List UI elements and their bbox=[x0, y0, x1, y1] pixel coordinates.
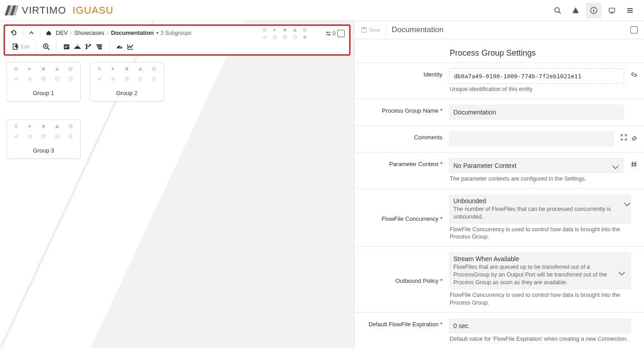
circle-icon bbox=[283, 35, 291, 39]
menu-icon[interactable] bbox=[622, 3, 638, 18]
expand-panel-icon[interactable] bbox=[630, 26, 638, 33]
edit-button[interactable]: Edit bbox=[11, 42, 30, 51]
param-context-label: Parameter Context * bbox=[361, 158, 442, 167]
identity-label: Identity bbox=[361, 68, 442, 78]
chevron-down-icon[interactable]: ▾ bbox=[156, 30, 159, 35]
properties-panel: Save Documentation Process Group Setting… bbox=[354, 21, 644, 348]
zoom-icon[interactable] bbox=[42, 42, 51, 51]
warning-icon bbox=[55, 67, 59, 71]
save-button[interactable]: Save bbox=[361, 27, 380, 33]
link-icon[interactable] bbox=[630, 71, 638, 78]
canvas[interactable]: DEV › Showcases › Documentation ▾ 3 Subg… bbox=[0, 21, 354, 348]
filter-button[interactable]: 0 bbox=[322, 30, 336, 37]
ban-icon bbox=[68, 67, 73, 71]
identity-field[interactable]: db0a7a49-0190-1000-774b-7f2eb1021e11 bbox=[449, 68, 624, 84]
param-context-select[interactable]: No Parameter Context bbox=[449, 158, 624, 173]
app-header: VIRTIMO IGUASU bbox=[0, 0, 644, 21]
refresh-icon[interactable] bbox=[9, 29, 19, 37]
queue-icon bbox=[14, 67, 19, 71]
card-title: Group 3 bbox=[10, 140, 77, 154]
status-cluster: 0 bbox=[263, 27, 346, 40]
check-icon bbox=[14, 76, 19, 81]
expiration-field[interactable]: 0 sec bbox=[449, 318, 631, 334]
info-icon[interactable] bbox=[586, 3, 601, 18]
section-title: Process Group Settings bbox=[355, 39, 644, 62]
play-icon bbox=[273, 28, 281, 32]
queue-icon bbox=[263, 28, 271, 32]
breadcrumb-active[interactable]: Documentation bbox=[111, 29, 154, 36]
chevron-down-icon bbox=[612, 163, 619, 169]
dot-fill-icon bbox=[303, 35, 311, 39]
fullscreen-icon[interactable] bbox=[337, 30, 345, 37]
expand-icon[interactable] bbox=[620, 134, 627, 141]
logo-stripes-icon bbox=[6, 5, 17, 15]
search-icon[interactable] bbox=[550, 3, 565, 18]
eraser-icon[interactable] bbox=[631, 134, 638, 141]
comments-field[interactable] bbox=[449, 131, 614, 147]
group-card[interactable]: Group 3 bbox=[6, 119, 81, 159]
page-title: Documentation bbox=[392, 25, 625, 34]
ban-icon bbox=[303, 28, 311, 32]
outbound-select[interactable]: Stream When Available FlowFiles that are… bbox=[449, 252, 631, 290]
breadcrumb-showcases[interactable]: Showcases bbox=[74, 29, 104, 36]
expiration-label: Default FlowFile Expiration * bbox=[361, 318, 442, 328]
gauge-icon[interactable] bbox=[115, 42, 124, 51]
logo-virtimo: VIRTIMO bbox=[22, 5, 66, 16]
service-icon[interactable] bbox=[73, 42, 82, 51]
cards-container: Group 1 Group 2 bbox=[0, 56, 354, 165]
canvas-toolbar: DEV › Showcases › Documentation ▾ 3 Subg… bbox=[4, 24, 351, 56]
subgroups-count: 3 Subgroups bbox=[161, 30, 192, 36]
star-icon bbox=[273, 35, 281, 39]
name-field[interactable]: Documentation bbox=[449, 105, 624, 120]
branch-icon[interactable] bbox=[84, 42, 93, 51]
monitor-icon[interactable] bbox=[604, 3, 620, 18]
concurrency-label: FlowFile Concurrency * bbox=[361, 213, 442, 222]
breadcrumb-home[interactable]: DEV bbox=[56, 29, 68, 36]
warning-icon bbox=[293, 28, 301, 32]
hash-icon[interactable] bbox=[630, 161, 638, 168]
layers-icon[interactable] bbox=[95, 42, 104, 51]
outbound-label: Outbound Policy * bbox=[361, 275, 442, 284]
chart-icon[interactable] bbox=[126, 42, 135, 51]
info-sm-icon bbox=[55, 76, 59, 81]
name-label: Process Group Name * bbox=[361, 105, 442, 114]
alerts-icon[interactable] bbox=[568, 3, 583, 18]
calendar-icon[interactable] bbox=[62, 42, 71, 51]
concurrency-select[interactable]: Unbounded The number of FlowFiles that c… bbox=[449, 194, 631, 224]
info-sm-icon bbox=[293, 35, 301, 39]
play-icon bbox=[28, 67, 32, 71]
logo: VIRTIMO IGUASU bbox=[6, 5, 114, 16]
card-title: Group 2 bbox=[94, 82, 160, 96]
comments-label: Comments bbox=[361, 131, 442, 141]
check-icon bbox=[263, 35, 271, 39]
logo-iguasu: IGUASU bbox=[72, 5, 113, 16]
group-card[interactable]: Group 1 bbox=[6, 62, 81, 101]
up-level-icon[interactable] bbox=[27, 29, 36, 37]
stop-icon bbox=[283, 28, 291, 32]
help-icon bbox=[68, 76, 73, 81]
card-title: Group 1 bbox=[10, 82, 77, 96]
home-icon[interactable] bbox=[44, 29, 53, 37]
identity-help: Unique identification of this entity bbox=[449, 86, 624, 93]
star-icon bbox=[28, 76, 32, 81]
stop-icon bbox=[41, 67, 46, 71]
group-card[interactable]: Group 2 bbox=[90, 62, 164, 101]
circle-icon bbox=[41, 76, 46, 81]
